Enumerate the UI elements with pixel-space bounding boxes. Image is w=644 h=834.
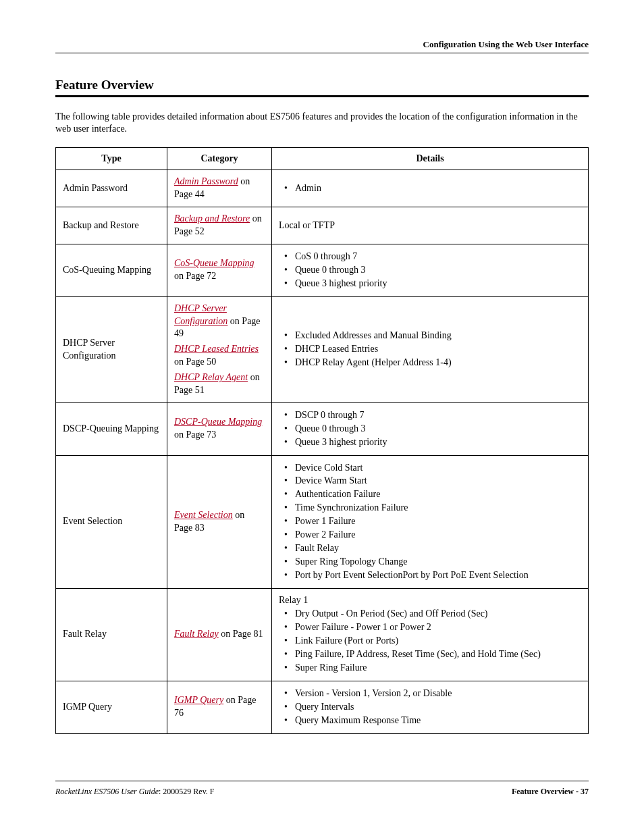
details-item: Port by Port Event SelectionPort by Port…: [280, 569, 581, 582]
details-item: Queue 0 through 3: [280, 264, 581, 277]
th-category: Category: [167, 148, 272, 170]
table-row: Backup and RestoreBackup and Restore on …: [56, 207, 589, 244]
details-item: Queue 0 through 3: [280, 423, 581, 436]
features-table: Type Category Details Admin PasswordAdmi…: [55, 147, 589, 733]
cell-category: Backup and Restore on Page 52: [167, 207, 272, 244]
category-suffix: on Page 50: [174, 357, 216, 367]
cell-details: Device Cold StartDevice Warm StartAuthen…: [272, 455, 589, 588]
cell-category: Fault Relay on Page 81: [167, 588, 272, 681]
cell-type: DHCP Server Configuration: [56, 296, 167, 402]
th-details: Details: [272, 148, 589, 170]
details-list: Admin: [279, 182, 581, 195]
details-item: Ping Failure, IP Address, Reset Time (Se…: [280, 648, 581, 661]
category-link[interactable]: DHCP Server Configuration: [174, 303, 227, 326]
details-item: Admin: [280, 182, 581, 195]
details-item: Queue 3 highest priority: [280, 278, 581, 290]
details-list: DSCP 0 through 7Queue 0 through 3Queue 3…: [279, 409, 581, 449]
section-title: Feature Overview: [55, 78, 589, 93]
table-row: DHCP Server ConfigurationDHCP Server Con…: [56, 296, 589, 402]
details-item: Time Synchronization Failure: [280, 502, 581, 515]
running-header: Configuration Using the Web User Interfa…: [423, 39, 589, 50]
details-list: Dry Output - On Period (Sec) and Off Per…: [279, 608, 581, 674]
details-item: Authentication Failure: [280, 488, 581, 501]
category-link[interactable]: DHCP Leased Entries: [174, 344, 259, 354]
details-item: Super Ring Topology Change: [280, 556, 581, 569]
details-item: DHCP Leased Entries: [280, 343, 581, 356]
table-row: Event SelectionEvent Selection on Page 8…: [56, 455, 589, 588]
details-list: CoS 0 through 7Queue 0 through 3Queue 3 …: [279, 251, 581, 290]
category-link[interactable]: Admin Password: [174, 176, 238, 186]
cell-type: Event Selection: [56, 455, 167, 588]
category-link[interactable]: IGMP Query: [174, 695, 223, 705]
cell-type: IGMP Query: [56, 681, 167, 733]
details-item: Super Ring Failure: [280, 662, 581, 675]
category-link[interactable]: DHCP Relay Agent: [174, 372, 248, 382]
footer-left: RocketLinx ES7506 User Guide: 2000529 Re…: [55, 787, 215, 797]
details-item: Query Intervals: [280, 701, 581, 714]
table-row: CoS-Queuing MappingCoS-Queue Mapping on …: [56, 244, 589, 296]
details-item: DHCP Relay Agent (Helper Address 1-4): [280, 357, 581, 369]
header-rule: [55, 53, 589, 53]
details-item: Dry Output - On Period (Sec) and Off Per…: [280, 608, 581, 621]
cell-category: DSCP-Queue Mapping on Page 73: [167, 402, 272, 455]
table-row: IGMP QueryIGMP Query on Page 76Version -…: [56, 681, 589, 733]
table-header-row: Type Category Details: [56, 148, 589, 170]
cell-details: Excluded Addresses and Manual BindingDHC…: [272, 296, 589, 402]
details-item: Link Failure (Port or Ports): [280, 635, 581, 648]
page-footer: RocketLinx ES7506 User Guide: 2000529 Re…: [55, 781, 589, 797]
footer-right: Feature Overview - 37: [512, 787, 589, 797]
footer-doc-title: RocketLinx ES7506 User Guide: [55, 787, 159, 796]
cell-details: Local or TFTP: [272, 207, 589, 244]
category-link[interactable]: Backup and Restore: [174, 213, 250, 224]
footer-rule: [55, 781, 589, 781]
details-item: Power 1 Failure: [280, 515, 581, 528]
section-rule: [55, 95, 589, 97]
table-row: Admin PasswordAdmin Password on Page 44A…: [56, 170, 589, 207]
details-list: Excluded Addresses and Manual BindingDHC…: [279, 330, 581, 369]
details-list: Version - Version 1, Version 2, or Disab…: [279, 687, 581, 727]
table-row: DSCP-Queuing MappingDSCP-Queue Mapping o…: [56, 402, 589, 455]
details-item: Queue 3 highest priority: [280, 436, 581, 449]
details-item: Device Warm Start: [280, 475, 581, 488]
cell-details: DSCP 0 through 7Queue 0 through 3Queue 3…: [272, 402, 589, 455]
category-suffix: on Page 73: [174, 429, 216, 440]
details-item: Power 2 Failure: [280, 529, 581, 542]
cell-category: Event Selection on Page 83: [167, 455, 272, 588]
category-suffix: on Page 81: [219, 629, 263, 639]
cell-type: CoS-Queuing Mapping: [56, 244, 167, 296]
cell-type: DSCP-Queuing Mapping: [56, 402, 167, 455]
intro-paragraph: The following table provides detailed in…: [55, 111, 589, 135]
category-link[interactable]: Fault Relay: [174, 629, 219, 639]
cell-category: IGMP Query on Page 76: [167, 681, 272, 733]
cell-category: CoS-Queue Mapping on Page 72: [167, 244, 272, 296]
cell-type: Fault Relay: [56, 588, 167, 681]
details-item: Excluded Addresses and Manual Binding: [280, 330, 581, 342]
footer-doc-rev: : 2000529 Rev. F: [159, 787, 215, 796]
details-item: Fault Relay: [280, 542, 581, 555]
cell-details: Admin: [272, 170, 589, 207]
cell-details: Version - Version 1, Version 2, or Disab…: [272, 681, 589, 733]
details-item: Version - Version 1, Version 2, or Disab…: [280, 687, 581, 700]
details-item: Power Failure - Power 1 or Power 2: [280, 621, 581, 634]
th-type: Type: [56, 148, 167, 170]
page-content: Feature Overview The following table pro…: [55, 78, 589, 734]
category-link[interactable]: CoS-Queue Mapping: [174, 258, 254, 268]
cell-details: Relay 1Dry Output - On Period (Sec) and …: [272, 588, 589, 681]
cell-type: Admin Password: [56, 170, 167, 207]
cell-category: Admin Password on Page 44: [167, 170, 272, 207]
category-suffix: on Page 72: [174, 271, 216, 281]
details-item: DSCP 0 through 7: [280, 409, 581, 422]
table-row: Fault RelayFault Relay on Page 81Relay 1…: [56, 588, 589, 681]
category-link[interactable]: DSCP-Queue Mapping: [174, 417, 262, 427]
cell-details: CoS 0 through 7Queue 0 through 3Queue 3 …: [272, 244, 589, 296]
details-item: CoS 0 through 7: [280, 251, 581, 263]
details-pre: Relay 1: [279, 594, 581, 607]
details-item: Device Cold Start: [280, 462, 581, 475]
details-item: Query Maximum Response Time: [280, 714, 581, 727]
cell-type: Backup and Restore: [56, 207, 167, 244]
category-link[interactable]: Event Selection: [174, 510, 233, 520]
details-list: Device Cold StartDevice Warm StartAuthen…: [279, 462, 581, 582]
cell-category: DHCP Server Configuration on Page 49DHCP…: [167, 296, 272, 402]
